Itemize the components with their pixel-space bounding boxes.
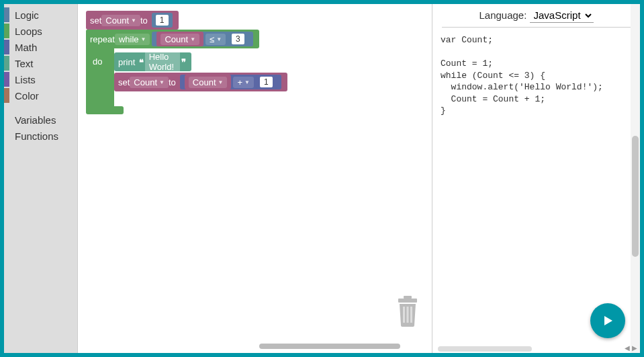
quote-close: ❞ bbox=[180, 57, 187, 67]
category-stripe bbox=[4, 7, 9, 22]
var-count[interactable]: Count▼ bbox=[156, 32, 203, 46]
category-stripe bbox=[4, 56, 9, 71]
code-vscroll-track[interactable] bbox=[631, 4, 640, 353]
set-label-2: set bbox=[118, 77, 130, 87]
block-repeat-while[interactable]: repeat while▼ Count▼ ≤▼ 3 bbox=[86, 30, 259, 48]
number-block[interactable]: 1 bbox=[152, 13, 173, 28]
code-panel: Language: JavaScript var Count; Count = … bbox=[432, 4, 640, 353]
code-vscroll-thumb[interactable] bbox=[632, 136, 639, 257]
loop-foot bbox=[86, 106, 124, 114]
toolbox: LogicLoopsMathTextListsColor VariablesFu… bbox=[4, 4, 78, 353]
category-functions[interactable]: Functions bbox=[4, 128, 77, 144]
app-root: LogicLoopsMathTextListsColor VariablesFu… bbox=[0, 0, 644, 357]
category-loops[interactable]: Loops bbox=[4, 23, 77, 39]
generated-code: var Count; Count = 1; while (Count <= 3)… bbox=[432, 32, 640, 120]
print-text[interactable]: Hello World! bbox=[145, 51, 180, 73]
scroll-arrows[interactable]: ◀ ▶ bbox=[625, 344, 637, 352]
var-dropdown[interactable]: Count▼ bbox=[101, 15, 140, 26]
category-stripe bbox=[4, 72, 9, 87]
number-3[interactable]: 3 bbox=[228, 32, 248, 46]
var-dropdown-2[interactable]: Count▼ bbox=[130, 77, 169, 88]
math-block[interactable]: Count▼ +▼ 1 bbox=[180, 75, 281, 89]
trash-icon[interactable] bbox=[394, 296, 421, 330]
to-label-2: to bbox=[169, 77, 176, 87]
category-lists[interactable]: Lists bbox=[4, 71, 77, 87]
workspace[interactable]: set Count▼ to 1 repeat while▼ bbox=[78, 4, 432, 353]
category-label: Variables bbox=[15, 114, 56, 126]
language-label: Language: bbox=[479, 9, 526, 21]
do-label: do bbox=[93, 56, 102, 67]
repeat-label: repeat bbox=[90, 34, 115, 44]
category-label: Logic bbox=[15, 9, 39, 21]
inc-var[interactable]: Count▼ bbox=[185, 75, 232, 89]
set-label: set bbox=[90, 15, 101, 26]
quote-open: ❝ bbox=[138, 57, 145, 67]
run-button[interactable] bbox=[590, 303, 625, 338]
workspace-hscrollbar[interactable] bbox=[259, 344, 400, 349]
block-print[interactable]: print ❝ Hello World! ❞ bbox=[114, 52, 191, 71]
compare-block[interactable]: Count▼ ≤▼ 3 bbox=[152, 32, 252, 46]
category-label: Functions bbox=[15, 130, 58, 142]
category-label: Loops bbox=[15, 26, 42, 37]
category-variables[interactable]: Variables bbox=[4, 112, 77, 128]
category-math[interactable]: Math bbox=[4, 39, 77, 55]
mode-dropdown[interactable]: while▼ bbox=[115, 34, 150, 45]
print-label: print bbox=[118, 57, 135, 67]
category-text[interactable]: Text bbox=[4, 55, 77, 71]
category-color[interactable]: Color bbox=[4, 87, 77, 104]
plus-dropdown[interactable]: +▼ bbox=[233, 77, 254, 88]
category-label: Color bbox=[15, 90, 39, 102]
play-icon bbox=[601, 314, 614, 327]
category-label: Text bbox=[15, 58, 34, 69]
svg-rect-2 bbox=[403, 307, 405, 323]
block-set-count-1[interactable]: set Count▼ to 1 bbox=[86, 11, 179, 30]
svg-rect-1 bbox=[404, 296, 412, 299]
code-hscrollbar[interactable] bbox=[438, 346, 532, 352]
language-select[interactable]: JavaScript bbox=[530, 8, 594, 23]
svg-rect-4 bbox=[410, 307, 412, 323]
category-stripe bbox=[4, 40, 9, 54]
number-1b[interactable]: 1 bbox=[256, 75, 277, 89]
category-stripe bbox=[4, 88, 9, 103]
op-dropdown[interactable]: ≤▼ bbox=[205, 34, 226, 45]
category-stripe bbox=[4, 24, 9, 38]
category-label: Math bbox=[15, 42, 37, 53]
svg-rect-0 bbox=[398, 299, 417, 303]
category-label: Lists bbox=[15, 74, 36, 85]
to-label: to bbox=[140, 15, 148, 26]
block-set-count-inc[interactable]: set Count▼ to Count▼ +▼ 1 bbox=[114, 73, 287, 91]
svg-rect-3 bbox=[407, 307, 409, 323]
category-logic[interactable]: Logic bbox=[4, 7, 77, 23]
